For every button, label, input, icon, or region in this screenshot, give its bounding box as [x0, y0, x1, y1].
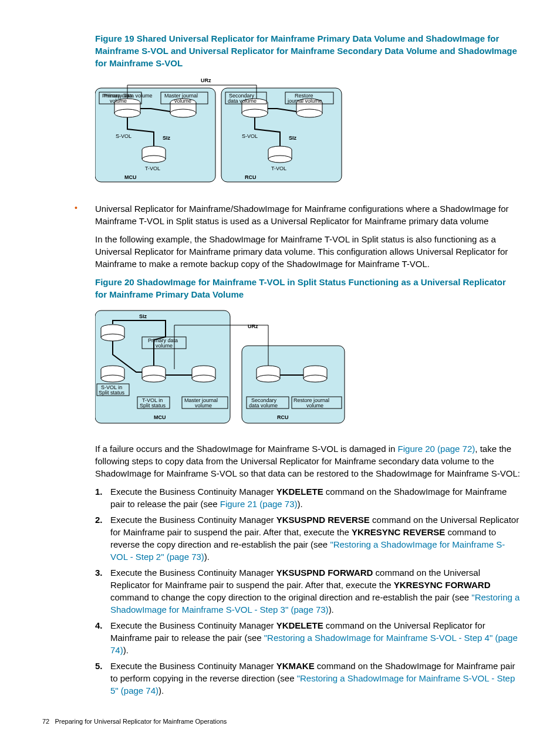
figure-19-title: Figure 19 Shared Universal Replicator fo… — [95, 32, 520, 69]
svg-text:volume: volume — [156, 343, 173, 349]
svg-point-93 — [257, 375, 280, 382]
after-figure-20-para: If a failure occurs and the ShadowImage … — [95, 443, 520, 480]
link-figure-20[interactable]: Figure 20 (page 72) — [398, 444, 475, 454]
svg-text:Split status: Split status — [99, 390, 125, 396]
svg-text:T-VOL: T-VOL — [271, 166, 286, 171]
svg-point-49 — [268, 156, 292, 163]
figure-20-title: Figure 20 ShadowImage for Mainframe T-VO… — [95, 276, 520, 301]
svg-text:MCU: MCU — [124, 174, 137, 180]
svg-text:RCU: RCU — [245, 174, 257, 180]
svg-text:SIz: SIz — [139, 313, 147, 319]
figure-19-diagram: URz Primary data volume Primary datavolu… — [95, 76, 520, 188]
svg-point-24 — [142, 156, 166, 163]
step-3: 3. Execute the Business Continuity Manag… — [95, 566, 520, 616]
svg-point-5 — [114, 109, 140, 117]
svg-point-14 — [170, 109, 196, 117]
bullet-marker: • — [42, 202, 95, 227]
svg-text:SIz: SIz — [289, 135, 297, 141]
svg-point-60 — [101, 334, 124, 341]
svg-text:Split status: Split status — [140, 403, 166, 409]
svg-text:data volume: data volume — [249, 403, 278, 409]
svg-text:volume: volume — [110, 98, 127, 104]
svg-text:T-VOL: T-VOL — [145, 166, 160, 171]
svg-point-76 — [142, 375, 166, 382]
svg-text:MCU: MCU — [154, 414, 166, 420]
svg-text:URz: URz — [201, 77, 211, 83]
svg-point-31 — [242, 109, 268, 117]
bullet-para-1: Universal Replicator for Mainframe/Shado… — [95, 202, 520, 227]
svg-point-39 — [296, 109, 322, 117]
svg-text:data volume: data volume — [228, 98, 257, 104]
svg-text:volume: volume — [195, 403, 212, 409]
page-footer: 72 Preparing for Universal Replicator fo… — [42, 717, 520, 726]
figure-20-diagram: SIz URz Primary datavolume S-VOL inSplit… — [95, 308, 520, 428]
svg-point-68 — [101, 375, 124, 382]
svg-point-84 — [192, 375, 215, 382]
svg-point-101 — [303, 375, 327, 382]
step-4: 4. Execute the Business Continuity Manag… — [95, 619, 520, 656]
svg-text:S-VOL: S-VOL — [242, 133, 258, 139]
bullet-para-2: In the following example, the ShadowImag… — [95, 233, 520, 270]
svg-text:RCU: RCU — [277, 414, 289, 420]
svg-text:SIz: SIz — [163, 135, 171, 141]
svg-text:journal volume: journal volume — [287, 98, 322, 104]
step-2: 2. Execute the Business Continuity Manag… — [95, 514, 520, 563]
svg-text:URz: URz — [248, 323, 258, 329]
step-5: 5. Execute the Business Continuity Manag… — [95, 660, 520, 697]
svg-text:volume: volume — [174, 98, 191, 104]
link-figure-21[interactable]: Figure 21 (page 73) — [220, 499, 298, 509]
svg-text:volume: volume — [306, 403, 323, 409]
step-1: 1. Execute the Business Continuity Manag… — [95, 485, 520, 510]
svg-rect-55 — [242, 346, 345, 423]
svg-text:S-VOL: S-VOL — [116, 133, 131, 139]
